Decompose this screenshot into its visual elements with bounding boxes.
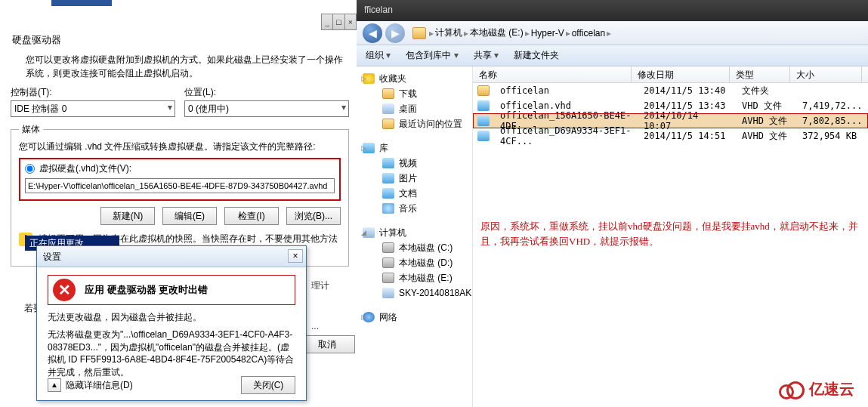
file-type: AVHD 文件 [736,130,796,143]
tool-include[interactable]: 包含到库中 [406,49,458,62]
col-size[interactable]: 大小 [790,66,862,82]
section-description: 您可以更改将虚拟硬盘附加到虚拟机的方式。如果此磁盘上已经安装了一个操作系统，则更… [26,53,348,80]
tool-share[interactable]: 共享 [474,49,499,62]
file-row[interactable]: officelan_D69A9334-3EF1-4CF...2014/11/5 … [473,128,868,143]
tree-desktop[interactable]: 桌面 [360,101,469,116]
settings-dialog: _ □ × 硬盘驱动器 您可以更改将虚拟硬盘附加到虚拟机的方式。如果此磁盘上已经… [0,0,357,407]
file-name: officelan [494,85,638,96]
crumb-officelan[interactable]: officelan [572,28,605,39]
breadcrumb[interactable]: ▸ 计算机▸ 本地磁盘 (E:)▸ Hyper-V▸ officelan▸ [412,26,611,39]
file-type: 文件夹 [736,85,796,97]
video-icon [382,158,394,168]
window-controls: _ □ × [321,14,357,30]
tool-new-folder[interactable]: 新建文件夹 [514,49,559,62]
title-tab-fragment [51,0,112,6]
tree-libraries[interactable]: ▷库 [360,140,469,156]
error-dialog: 设置 × ✕ 应用 硬盘驱动器 更改时出错 无法更改磁盘，因为磁盘合并被挂起。 … [36,245,307,401]
inspect-button[interactable]: 检查(I) [224,207,279,225]
side-fragment: 理计 ... [311,276,329,337]
tree-network[interactable]: ▷网络 [360,310,469,325]
tree-computer[interactable]: ◢计算机 [360,225,469,240]
explorer-toolbar: 组织 包含到库中 共享 新建文件夹 [357,45,868,66]
media-legend: 媒体 [19,123,43,136]
col-date[interactable]: 修改日期 [632,66,730,82]
error-close-btn[interactable]: 关闭(C) [241,376,295,394]
file-type: VHD 文件 [736,100,796,113]
crumb-computer[interactable]: 计算机 [435,26,462,39]
side-cancel-button[interactable]: 取消 [299,335,355,353]
chevron-up-icon: ▲ [48,378,61,392]
maximize-button[interactable]: □ [333,14,344,29]
watermark-logo: 亿速云 [779,379,854,399]
tree-downloads[interactable]: 下载 [360,86,469,101]
error-line-1: 无法更改磁盘，因为磁盘合并被挂起。 [48,311,295,324]
vhd-path-input[interactable] [25,178,335,193]
error-line-2: 无法将磁盘更改为"...\officelan_D69A9334-3EF1-4CF… [48,328,295,379]
media-description: 您可以通过编辑 .vhd 文件压缩或转换虚拟硬盘。请指定该文件的完整路径: [19,140,341,153]
col-name[interactable]: 名称 [473,66,632,82]
side-line-2: ... [311,316,329,336]
cloud-icon [779,381,805,398]
file-type: AVHD 文件 [736,115,796,128]
new-button[interactable]: 新建(N) [100,207,155,225]
disclose-label: 隐藏详细信息(D) [66,379,133,392]
remote-icon [382,288,394,298]
tree-videos[interactable]: 视频 [360,156,469,171]
file-date: 2014/11/5 14:51 [638,131,736,141]
tool-organize[interactable]: 组织 [366,49,391,62]
file-icon [477,116,490,126]
desktop-icon [382,103,394,114]
section-title: 硬盘驱动器 [12,33,349,47]
tree-pictures[interactable]: 图片 [360,171,469,186]
location-select[interactable] [184,100,349,117]
tree-sky[interactable]: SKY-20140818AKU 上 [360,285,469,301]
error-close-button[interactable]: × [288,249,303,263]
logo-text: 亿速云 [809,379,854,399]
tree-music[interactable]: 音乐 [360,201,469,216]
browse-button[interactable]: 浏览(B)... [286,207,341,225]
tree-drive-e[interactable]: 本地磁盘 (E:) [360,270,469,285]
file-size: 7,419,72... [796,100,868,111]
file-size: 372,954 KB [796,131,868,141]
drive-icon [382,257,394,268]
crumb-drive-e[interactable]: 本地磁盘 (E:) [470,26,524,39]
explorer-titlebar: fficelan [357,0,868,21]
tree-documents[interactable]: 文档 [360,186,469,201]
folder-icon [412,27,426,39]
close-button[interactable]: × [345,14,356,29]
controller-select[interactable] [11,100,175,117]
document-icon [382,188,394,199]
file-date: 2014/11/5 13:40 [638,85,736,96]
nav-forward-button[interactable]: ▶ [385,23,405,43]
nav-back-button[interactable]: ◀ [363,23,382,43]
error-titlebar: 设置 × [37,246,306,267]
edit-button[interactable]: 编辑(E) [162,207,217,225]
folder-icon [382,88,394,99]
file-icon [477,100,490,111]
vhd-radio-label: 虚拟硬盘(.vhd)文件(V): [39,162,131,175]
crumb-hyperv[interactable]: Hyper-V [531,28,564,39]
controller-label: 控制器(T): [11,86,175,99]
location-label: 位置(L): [184,86,349,99]
tree-favorites[interactable]: ▷收藏夹 [360,71,469,86]
drive-icon [382,242,394,253]
file-date: 2014/10/14 10:07 [638,110,736,131]
vhd-radio[interactable] [25,164,35,174]
error-title-text: 设置 [43,251,61,262]
address-bar: ◀ ▶ ▸ 计算机▸ 本地磁盘 (E:)▸ Hyper-V▸ officelan… [357,21,868,45]
tree-drive-d[interactable]: 本地磁盘 (D:) [360,255,469,270]
minimize-button[interactable]: _ [322,14,333,29]
file-name: officelan_D69A9334-3EF1-4CF... [494,125,638,146]
disclose-toggle[interactable]: ▲ 隐藏详细信息(D) [48,378,133,392]
folder-icon [477,85,490,96]
file-row[interactable]: officelan2014/11/5 13:40文件夹 [473,83,868,98]
music-icon [382,203,394,214]
file-name: officelan.vhd [494,100,638,111]
tree-drive-c[interactable]: 本地磁盘 (C:) [360,240,469,255]
tree-recent[interactable]: 最近访问的位置 [360,116,469,131]
file-date: 2014/11/5 13:43 [638,100,736,111]
annotation-note: 原因，系统坏，重做系统，挂以前vhd硬盘没问题，但是我要挂avhd，就启动不起来… [480,219,858,248]
col-type[interactable]: 类型 [730,66,790,82]
error-icon: ✕ [53,279,76,301]
folder-icon [382,119,394,129]
